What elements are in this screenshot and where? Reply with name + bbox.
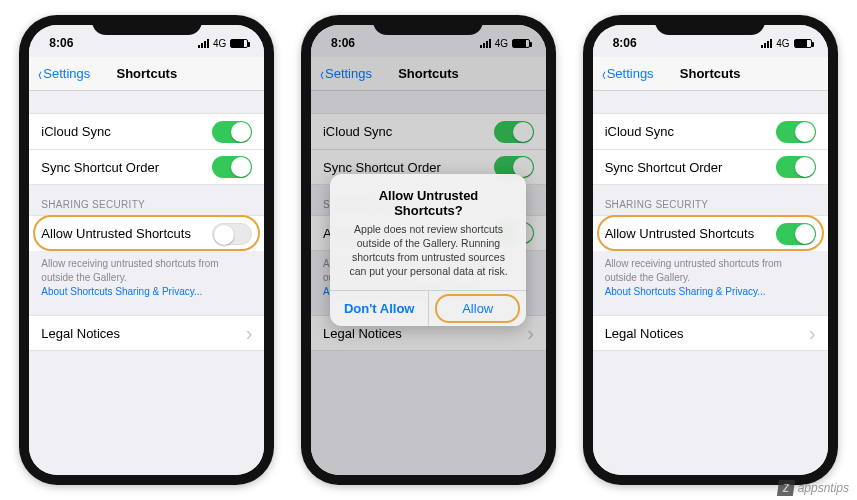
- alert-allow-button[interactable]: Allow: [428, 291, 527, 326]
- status-time: 8:06: [49, 36, 73, 50]
- legal-label: Legal Notices: [605, 326, 684, 341]
- legal-notices-row[interactable]: Legal Notices: [29, 315, 264, 351]
- network-label: 4G: [213, 38, 226, 49]
- toggle-knob: [231, 157, 251, 177]
- iphone-device: 8:064G‹SettingsShortcutsiCloud SyncSync …: [19, 15, 274, 485]
- screen: 8:064G‹SettingsShortcutsiCloud SyncSync …: [29, 25, 264, 475]
- iphone-device: 8:064G‹SettingsShortcutsiCloud SyncSync …: [301, 15, 556, 485]
- icloud-sync-row[interactable]: iCloud Sync: [593, 113, 828, 149]
- chevron-left-icon: ‹: [602, 65, 606, 83]
- signal-icon: [761, 39, 772, 48]
- nav-bar: ‹SettingsShortcuts: [593, 57, 828, 91]
- legal-notices-row[interactable]: Legal Notices: [593, 315, 828, 351]
- toggle-knob: [795, 224, 815, 244]
- toggle-knob: [795, 157, 815, 177]
- toggle-knob: [231, 122, 251, 142]
- back-button[interactable]: ‹Settings: [37, 65, 90, 83]
- privacy-link[interactable]: About Shortcuts Sharing & Privacy...: [29, 286, 264, 297]
- back-label: Settings: [607, 66, 654, 81]
- sync-order-row-label: Sync Shortcut Order: [41, 160, 159, 175]
- battery-icon: [794, 39, 812, 48]
- watermark: Z appsntips: [778, 480, 849, 496]
- toggle-knob: [795, 122, 815, 142]
- allow-untrusted-row-toggle[interactable]: [212, 223, 252, 245]
- icloud-sync-row[interactable]: iCloud Sync: [29, 113, 264, 149]
- sync-order-row[interactable]: Sync Shortcut Order: [29, 149, 264, 185]
- icloud-sync-row-label: iCloud Sync: [605, 124, 674, 139]
- sharing-security-header: SHARING SECURITY: [29, 185, 264, 215]
- network-label: 4G: [776, 38, 789, 49]
- icloud-sync-row-toggle[interactable]: [212, 121, 252, 143]
- toggle-knob: [214, 225, 234, 245]
- nav-bar: ‹SettingsShortcuts: [29, 57, 264, 91]
- status-right: 4G: [761, 38, 811, 49]
- iphone-device: 8:064G‹SettingsShortcutsiCloud SyncSync …: [583, 15, 838, 485]
- status-right: 4G: [198, 38, 248, 49]
- icloud-sync-row-toggle[interactable]: [776, 121, 816, 143]
- screen: 8:064G‹SettingsShortcutsiCloud SyncSync …: [593, 25, 828, 475]
- sharing-security-header: SHARING SECURITY: [593, 185, 828, 215]
- allow-untrusted-row-toggle[interactable]: [776, 223, 816, 245]
- sync-order-row-toggle[interactable]: [776, 156, 816, 178]
- allow-untrusted-row-label: Allow Untrusted Shortcuts: [605, 226, 755, 241]
- notch: [655, 15, 765, 35]
- sync-order-row[interactable]: Sync Shortcut Order: [593, 149, 828, 185]
- alert-dialog: Allow Untrusted Shortcuts?Apple does not…: [330, 174, 526, 327]
- allow-untrusted-row-label: Allow Untrusted Shortcuts: [41, 226, 191, 241]
- legal-label: Legal Notices: [41, 326, 120, 341]
- notch: [92, 15, 202, 35]
- signal-icon: [198, 39, 209, 48]
- watermark-badge-icon: Z: [777, 480, 795, 496]
- battery-icon: [230, 39, 248, 48]
- alert-allow-label: Allow: [462, 301, 493, 316]
- status-time: 8:06: [613, 36, 637, 50]
- sync-order-row-label: Sync Shortcut Order: [605, 160, 723, 175]
- icloud-sync-row-label: iCloud Sync: [41, 124, 110, 139]
- privacy-link[interactable]: About Shortcuts Sharing & Privacy...: [593, 286, 828, 297]
- allow-untrusted-row[interactable]: Allow Untrusted Shortcuts: [29, 215, 264, 251]
- allow-untrusted-row[interactable]: Allow Untrusted Shortcuts: [593, 215, 828, 251]
- alert-dont-allow-button[interactable]: Don't Allow: [330, 291, 428, 326]
- allow-footer-text: Allow receiving untrusted shortcuts from…: [593, 251, 828, 286]
- chevron-left-icon: ‹: [39, 65, 43, 83]
- allow-footer-text: Allow receiving untrusted shortcuts from…: [29, 251, 264, 286]
- alert-backdrop: Allow Untrusted Shortcuts?Apple does not…: [311, 25, 546, 475]
- screen: 8:064G‹SettingsShortcutsiCloud SyncSync …: [311, 25, 546, 475]
- sync-order-row-toggle[interactable]: [212, 156, 252, 178]
- back-label: Settings: [43, 66, 90, 81]
- watermark-text: appsntips: [798, 481, 849, 495]
- alert-message: Apple does not review shortcuts outside …: [344, 222, 512, 279]
- back-button[interactable]: ‹Settings: [601, 65, 654, 83]
- alert-title: Allow Untrusted Shortcuts?: [344, 188, 512, 218]
